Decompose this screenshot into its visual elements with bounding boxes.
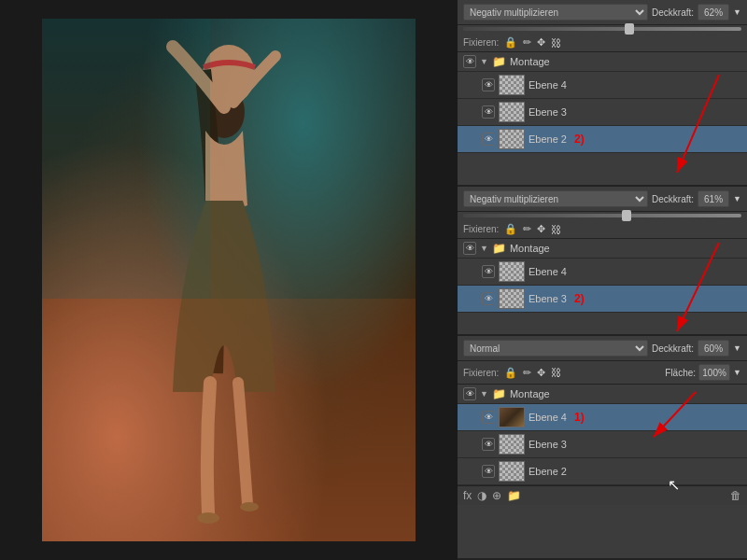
panel1-layer4-eye[interactable]: 👁 [482,78,495,91]
panel3-layers-list: 👁 ▼ 📁 Montage 👁 Ebene 4 1) 👁 Ebene 3 [458,385,747,485]
panel3-brush-icon[interactable]: ✏ [523,367,531,379]
panel2-group-name: Montage [510,243,550,254]
panel1-folder-icon: 📁 [492,55,506,68]
panel3-group-eye[interactable]: 👁 [463,387,476,400]
panels-area: Negativ multiplizieren Deckkraft: ▼ Fixi… [458,0,747,560]
panel3-group-arrow[interactable]: ▼ [480,389,488,399]
panel2-slider-track[interactable] [463,214,741,217]
panel3-layer2-thumb [499,461,525,482]
panel1-slider-track[interactable] [463,27,741,31]
panel2-group-eye[interactable]: 👁 [463,242,476,255]
panel3-fill-arrow[interactable]: ▼ [733,368,741,377]
panel3-fill-label: Fläche: [665,368,696,378]
panel1-layer-ebene3[interactable]: 👁 Ebene 3 [458,99,747,126]
panel3-group-row[interactable]: 👁 ▼ 📁 Montage [458,385,747,404]
panel2-blend-mode[interactable]: Negativ multiplizieren [463,190,648,207]
panel1-slider-thumb[interactable] [625,23,634,35]
panel2-chain-icon[interactable]: ⛓ [551,224,561,235]
panel3-layer-ebene2[interactable]: 👁 Ebene 2 [458,458,747,485]
panel1-layer3-thumb [499,102,525,122]
layer-panel-2: Negativ multiplizieren Deckkraft: ▼ Fixi… [458,187,747,336]
panel1-blend-mode[interactable]: Negativ multiplizieren [463,4,648,21]
svg-rect-4 [42,19,210,299]
panel3-opacity-label: Deckkraft: [652,343,694,354]
fx-icon[interactable]: fx [463,489,472,502]
panel3-layer4-name: Ebene 4 [529,412,567,423]
photo-canvas [42,19,416,541]
panel3-lock-icon[interactable]: 🔒 [504,367,517,379]
panel1-group-arrow[interactable]: ▼ [480,57,488,66]
panel2-opacity-arrow[interactable]: ▼ [733,194,741,203]
panel3-move-icon[interactable]: ✥ [537,367,545,379]
panel3-bottom-bar: fx ◑ ⊕ 📁 🗑 [458,485,747,505]
panel1-lock-icon[interactable]: 🔒 [504,36,517,49]
panel2-group-row[interactable]: 👁 ▼ 📁 Montage [458,239,747,259]
panel1-annotation-2: 2) [574,133,585,146]
panel3-group-name: Montage [510,388,550,399]
panel1-header: Negativ multiplizieren Deckkraft: ▼ [458,0,747,25]
panel1-layer2-name: Ebene 2 [529,133,567,145]
panel2-layer-ebene4[interactable]: 👁 Ebene 4 [458,259,747,286]
panel2-lock-icon[interactable]: 🔒 [504,223,517,235]
svg-rect-5 [42,299,416,541]
panel3-layer3-thumb [499,434,525,455]
panel1-group-name: Montage [510,56,550,67]
panel3-fill-value[interactable] [698,364,730,381]
panel1-layer-ebene2[interactable]: 👁 Ebene 2 2) [458,126,747,153]
new-layer-icon[interactable]: ⊕ [492,489,501,502]
panel1-chain-icon[interactable]: ⛓ [551,37,561,49]
new-group-icon[interactable]: 📁 [507,489,521,502]
panel2-layer4-thumb [499,261,525,282]
delete-icon[interactable]: 🗑 [730,489,741,502]
panel1-layer3-eye[interactable]: 👁 [482,105,495,119]
panel1-layers-list: 👁 ▼ 📁 Montage 👁 Ebene 4 👁 Ebene 3 [458,52,747,153]
panel2-annotation-2: 2) [574,292,585,305]
panel2-folder-icon: 📁 [492,242,506,255]
panel2-group-arrow[interactable]: ▼ [480,244,488,253]
adjustments-icon[interactable]: ◑ [477,489,486,502]
panel3-layer4-eye[interactable]: 👁 [482,411,495,424]
panel3-header: Normal Deckkraft: ▼ [458,336,747,361]
panel1-fixieren-label: Fixieren: [463,37,499,48]
panel3-blend-mode[interactable]: Normal [463,340,648,357]
panel1-move-icon[interactable]: ✥ [537,36,545,49]
panel1-group-eye[interactable]: 👁 [463,55,476,68]
panel2-layer4-name: Ebene 4 [529,266,567,277]
layer-panel-1: Negativ multiplizieren Deckkraft: ▼ Fixi… [458,0,747,187]
panel3-folder-icon: 📁 [492,387,506,400]
panels-wrapper: Negativ multiplizieren Deckkraft: ▼ Fixi… [458,0,747,560]
panel3-layer3-eye[interactable]: 👁 [482,438,495,451]
panel1-layer4-name: Ebene 4 [529,79,567,91]
panel2-layer-ebene3[interactable]: 👁 Ebene 3 2) [458,286,747,313]
panel3-chain-icon[interactable]: ⛓ [551,367,561,378]
panel2-slider-thumb[interactable] [622,210,631,221]
panel3-opacity-value[interactable] [698,340,729,357]
panel1-opacity-arrow[interactable]: ▼ [733,7,741,17]
panel1-layer3-name: Ebene 3 [529,106,567,118]
panel2-move-icon[interactable]: ✥ [537,223,545,235]
panel1-opacity-value[interactable] [698,4,729,21]
panel2-slider-area [458,212,747,220]
panel3-opacity-arrow[interactable]: ▼ [733,343,741,353]
panel2-toolbar: Fixieren: 🔒 ✏ ✥ ⛓ [458,220,747,239]
panel1-layer-ebene4[interactable]: 👁 Ebene 4 [458,72,747,99]
panel3-layer2-eye[interactable]: 👁 [482,465,495,478]
layer-panel-3: Normal Deckkraft: ▼ Fixieren: 🔒 ✏ ✥ ⛓ Fl… [458,336,747,560]
panel2-layer4-eye[interactable]: 👁 [482,265,495,278]
panel2-layer3-eye[interactable]: 👁 [482,292,495,305]
panel3-layer-ebene4[interactable]: 👁 Ebene 4 1) [458,404,747,431]
panel1-opacity-label: Deckkraft: [652,7,694,18]
panel1-layer2-eye[interactable]: 👁 [482,133,495,146]
panel1-layer2-thumb [499,129,525,149]
dancer-silhouette [42,19,416,541]
panel1-layer4-thumb [499,75,525,95]
panel2-layer3-name: Ebene 3 [529,293,567,304]
panel2-brush-icon[interactable]: ✏ [523,223,531,235]
panel1-toolbar: Fixieren: 🔒 ✏ ✥ ⛓ [458,34,747,52]
panel1-group-row[interactable]: 👁 ▼ 📁 Montage [458,52,747,72]
panel3-annotation-1: 1) [574,411,585,424]
panel1-brush-icon[interactable]: ✏ [523,36,531,49]
panel2-fixieren-label: Fixieren: [463,224,499,234]
panel3-layer-ebene3[interactable]: 👁 Ebene 3 [458,431,747,458]
panel2-opacity-value[interactable] [698,190,729,207]
